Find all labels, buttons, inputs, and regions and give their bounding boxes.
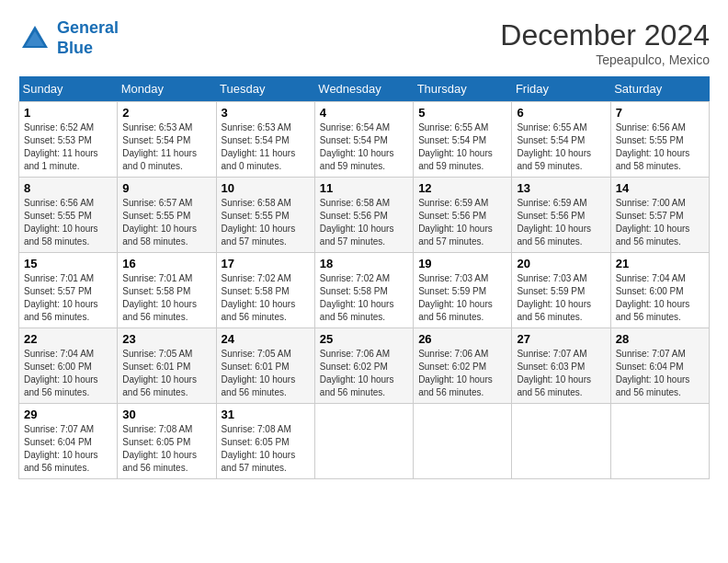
day-info: Sunrise: 7:02 AM Sunset: 5:58 PM Dayligh… (320, 272, 408, 324)
day-number: 25 (320, 332, 408, 346)
day-number: 18 (320, 257, 408, 270)
day-info: Sunrise: 7:08 AM Sunset: 6:05 PM Dayligh… (122, 423, 210, 475)
weekday-header: Sunday (19, 76, 118, 102)
day-info: Sunrise: 6:53 AM Sunset: 5:54 PM Dayligh… (122, 121, 210, 173)
day-info: Sunrise: 6:57 AM Sunset: 5:55 PM Dayligh… (122, 197, 210, 248)
weekday-header: Friday (512, 76, 610, 102)
calendar-cell: 21Sunrise: 7:04 AM Sunset: 6:00 PM Dayli… (610, 253, 709, 328)
day-number: 7 (616, 106, 704, 120)
calendar-cell: 11Sunrise: 6:58 AM Sunset: 5:56 PM Dayli… (314, 178, 413, 253)
day-info: Sunrise: 7:00 AM Sunset: 5:57 PM Dayligh… (616, 197, 704, 248)
calendar-cell: 15Sunrise: 7:01 AM Sunset: 5:57 PM Dayli… (19, 253, 118, 328)
day-number: 23 (122, 332, 210, 346)
day-number: 11 (320, 181, 408, 195)
calendar-cell: 24Sunrise: 7:05 AM Sunset: 6:01 PM Dayli… (216, 328, 314, 404)
day-number: 16 (122, 257, 210, 270)
logo-line2: Blue (57, 39, 93, 57)
day-number: 5 (418, 106, 506, 120)
weekday-header: Monday (118, 76, 216, 102)
calendar-week-row: 1Sunrise: 6:52 AM Sunset: 5:53 PM Daylig… (19, 102, 710, 178)
calendar-cell: 30Sunrise: 7:08 AM Sunset: 6:05 PM Dayli… (118, 404, 216, 479)
day-info: Sunrise: 6:55 AM Sunset: 5:54 PM Dayligh… (517, 121, 605, 173)
day-number: 9 (122, 181, 210, 195)
calendar-cell: 26Sunrise: 7:06 AM Sunset: 6:02 PM Dayli… (414, 328, 512, 404)
weekday-header: Saturday (610, 76, 709, 102)
calendar-cell (314, 404, 413, 479)
day-number: 28 (616, 332, 704, 346)
day-info: Sunrise: 7:01 AM Sunset: 5:58 PM Dayligh… (122, 272, 210, 324)
calendar-cell: 9Sunrise: 6:57 AM Sunset: 5:55 PM Daylig… (118, 178, 216, 253)
day-info: Sunrise: 7:04 AM Sunset: 6:00 PM Dayligh… (616, 272, 704, 324)
day-info: Sunrise: 7:04 AM Sunset: 6:00 PM Dayligh… (24, 348, 112, 399)
calendar-cell: 7Sunrise: 6:56 AM Sunset: 5:55 PM Daylig… (610, 102, 709, 178)
day-info: Sunrise: 6:56 AM Sunset: 5:55 PM Dayligh… (24, 197, 112, 248)
day-info: Sunrise: 7:07 AM Sunset: 6:04 PM Dayligh… (24, 423, 112, 475)
calendar-cell: 18Sunrise: 7:02 AM Sunset: 5:58 PM Dayli… (314, 253, 413, 328)
month-title: December 2024 (500, 18, 710, 52)
day-info: Sunrise: 6:59 AM Sunset: 5:56 PM Dayligh… (517, 197, 605, 248)
day-number: 3 (222, 106, 310, 120)
day-info: Sunrise: 7:07 AM Sunset: 6:03 PM Dayligh… (517, 348, 605, 399)
day-number: 6 (517, 106, 605, 120)
location: Tepeapulco, Mexico (500, 52, 710, 67)
day-number: 15 (24, 257, 112, 270)
day-info: Sunrise: 7:07 AM Sunset: 6:04 PM Dayligh… (616, 348, 704, 399)
calendar-cell: 31Sunrise: 7:08 AM Sunset: 6:05 PM Dayli… (216, 404, 314, 479)
weekday-header: Thursday (414, 76, 512, 102)
day-info: Sunrise: 7:06 AM Sunset: 6:02 PM Dayligh… (320, 348, 408, 399)
day-number: 19 (418, 257, 506, 270)
calendar-cell: 28Sunrise: 7:07 AM Sunset: 6:04 PM Dayli… (610, 328, 709, 404)
day-info: Sunrise: 7:01 AM Sunset: 5:57 PM Dayligh… (24, 272, 112, 324)
day-info: Sunrise: 7:03 AM Sunset: 5:59 PM Dayligh… (517, 272, 605, 324)
day-info: Sunrise: 6:59 AM Sunset: 5:56 PM Dayligh… (418, 197, 506, 248)
calendar-cell: 20Sunrise: 7:03 AM Sunset: 5:59 PM Dayli… (512, 253, 610, 328)
calendar-table: SundayMondayTuesdayWednesdayThursdayFrid… (18, 76, 710, 479)
day-info: Sunrise: 6:58 AM Sunset: 5:55 PM Dayligh… (222, 197, 310, 248)
day-info: Sunrise: 7:08 AM Sunset: 6:05 PM Dayligh… (222, 423, 310, 475)
day-number: 10 (222, 181, 310, 195)
calendar-cell: 1Sunrise: 6:52 AM Sunset: 5:53 PM Daylig… (19, 102, 118, 178)
calendar-cell: 5Sunrise: 6:55 AM Sunset: 5:54 PM Daylig… (414, 102, 512, 178)
day-number: 22 (24, 332, 112, 346)
calendar-week-row: 15Sunrise: 7:01 AM Sunset: 5:57 PM Dayli… (19, 253, 710, 328)
calendar-cell: 17Sunrise: 7:02 AM Sunset: 5:58 PM Dayli… (216, 253, 314, 328)
calendar-cell: 19Sunrise: 7:03 AM Sunset: 5:59 PM Dayli… (414, 253, 512, 328)
day-number: 2 (122, 106, 210, 120)
weekday-header: Tuesday (216, 76, 314, 102)
calendar-cell: 23Sunrise: 7:05 AM Sunset: 6:01 PM Dayli… (118, 328, 216, 404)
day-info: Sunrise: 6:55 AM Sunset: 5:54 PM Dayligh… (418, 121, 506, 173)
logo-line1: General (57, 18, 119, 37)
day-info: Sunrise: 6:52 AM Sunset: 5:53 PM Dayligh… (24, 121, 112, 173)
calendar-cell: 14Sunrise: 7:00 AM Sunset: 5:57 PM Dayli… (610, 178, 709, 253)
day-number: 14 (616, 181, 704, 195)
day-info: Sunrise: 6:58 AM Sunset: 5:56 PM Dayligh… (320, 197, 408, 248)
calendar-cell: 29Sunrise: 7:07 AM Sunset: 6:04 PM Dayli… (19, 404, 118, 479)
day-info: Sunrise: 7:05 AM Sunset: 6:01 PM Dayligh… (122, 348, 210, 399)
day-info: Sunrise: 7:06 AM Sunset: 6:02 PM Dayligh… (418, 348, 506, 399)
day-number: 31 (222, 408, 310, 421)
day-number: 21 (616, 257, 704, 270)
weekday-header: Wednesday (314, 76, 413, 102)
day-number: 4 (320, 106, 408, 120)
day-number: 1 (24, 106, 112, 120)
day-info: Sunrise: 6:54 AM Sunset: 5:54 PM Dayligh… (320, 121, 408, 173)
calendar-cell: 3Sunrise: 6:53 AM Sunset: 5:54 PM Daylig… (216, 102, 314, 178)
day-info: Sunrise: 7:03 AM Sunset: 5:59 PM Dayligh… (418, 272, 506, 324)
calendar-cell (610, 404, 709, 479)
calendar-cell: 4Sunrise: 6:54 AM Sunset: 5:54 PM Daylig… (314, 102, 413, 178)
title-block: December 2024 Tepeapulco, Mexico (500, 18, 710, 67)
calendar-cell: 25Sunrise: 7:06 AM Sunset: 6:02 PM Dayli… (314, 328, 413, 404)
day-info: Sunrise: 6:53 AM Sunset: 5:54 PM Dayligh… (222, 121, 310, 173)
calendar-week-row: 29Sunrise: 7:07 AM Sunset: 6:04 PM Dayli… (19, 404, 710, 479)
day-info: Sunrise: 7:02 AM Sunset: 5:58 PM Dayligh… (222, 272, 310, 324)
day-number: 29 (24, 408, 112, 421)
logo-text: General Blue (57, 18, 119, 58)
calendar-week-row: 22Sunrise: 7:04 AM Sunset: 6:00 PM Dayli… (19, 328, 710, 404)
logo-icon (18, 22, 51, 55)
calendar-cell: 22Sunrise: 7:04 AM Sunset: 6:00 PM Dayli… (19, 328, 118, 404)
day-number: 27 (517, 332, 605, 346)
calendar-cell (414, 404, 512, 479)
day-info: Sunrise: 7:05 AM Sunset: 6:01 PM Dayligh… (222, 348, 310, 399)
weekday-header-row: SundayMondayTuesdayWednesdayThursdayFrid… (19, 76, 710, 102)
day-number: 20 (517, 257, 605, 270)
